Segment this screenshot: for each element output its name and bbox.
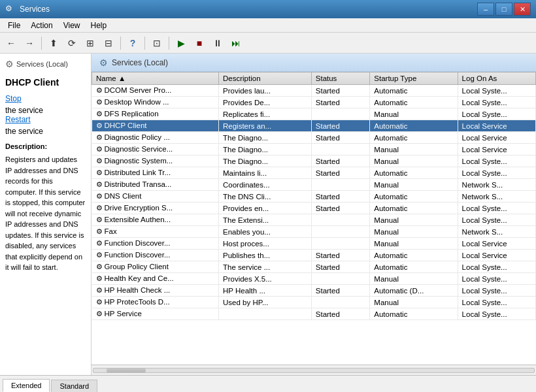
table-row[interactable]: ⚙Diagnostic Service...The Diagno...Manua… — [92, 144, 536, 155]
table-row[interactable]: ⚙HP ServiceStartedAutomaticLocal Syste..… — [92, 308, 536, 320]
services-table-container: Name ▲ Description Status Startup Type L… — [92, 72, 536, 365]
menu-help[interactable]: Help — [86, 20, 112, 31]
service-icon: ⚙ — [96, 98, 103, 106]
toolbar-sep-3 — [144, 37, 145, 50]
table-cell: Started — [311, 155, 370, 167]
table-cell: Manual — [370, 144, 458, 155]
table-cell — [311, 273, 370, 285]
service-icon: ⚙ — [96, 227, 103, 235]
properties-button[interactable]: ⊞ — [82, 35, 99, 51]
pause-button[interactable]: ⏸ — [209, 35, 226, 51]
menu-view[interactable]: View — [58, 20, 86, 31]
table-cell: Local Syste... — [458, 167, 535, 179]
map-button[interactable]: ⊟ — [100, 35, 117, 51]
table-cell: Local Syste... — [458, 261, 535, 273]
table-row[interactable]: ⚙Drive Encryption S...Provides en...Star… — [92, 203, 536, 214]
table-row[interactable]: ⚙Distributed Link Tr...Maintains li...St… — [92, 167, 536, 179]
table-row[interactable]: ⚙DNS ClientThe DNS Cli...StartedAutomati… — [92, 191, 536, 203]
service-icon: ⚙ — [96, 122, 103, 129]
close-button[interactable]: ✕ — [514, 3, 531, 16]
table-row[interactable]: ⚙DFS ReplicationReplicates fi...ManualLo… — [92, 108, 536, 120]
maximize-button[interactable]: □ — [495, 3, 512, 16]
service-icon: ⚙ — [96, 298, 103, 306]
col-header-desc[interactable]: Description — [219, 73, 312, 85]
help-button[interactable]: ? — [124, 35, 141, 51]
table-row[interactable]: ⚙Distributed Transa...Coordinates...Manu… — [92, 179, 536, 191]
refresh-button[interactable]: ⟳ — [63, 35, 80, 51]
table-cell: Started — [311, 285, 370, 297]
resume-button[interactable]: ⏭ — [227, 35, 244, 51]
tab-standard[interactable]: Standard — [51, 380, 97, 392]
table-cell: Automatic — [370, 132, 458, 144]
col-header-startup[interactable]: Startup Type — [370, 73, 458, 85]
table-row[interactable]: ⚙Extensible Authen...The Extensi...Manua… — [92, 214, 536, 226]
tab-extended[interactable]: Extended — [3, 379, 50, 392]
explorer-button[interactable]: ⊡ — [148, 35, 165, 51]
sidebar-header[interactable]: ⚙ Services (Local) — [5, 59, 86, 69]
table-row[interactable]: ⚙Function Discover...Publishes th...Star… — [92, 250, 536, 261]
table-cell: ⚙Function Discover... — [92, 250, 219, 261]
table-row[interactable]: ⚙HP ProtecTools D...Used by HP...ManualL… — [92, 297, 536, 308]
main-layout: ⚙ Services (Local) DHCP Client Stop the … — [0, 54, 536, 375]
horizontal-scrollbar[interactable] — [92, 365, 536, 375]
table-row[interactable]: ⚙Health Key and Ce...Provides X.5...Manu… — [92, 273, 536, 285]
stop-button[interactable]: ■ — [191, 35, 208, 51]
table-row[interactable]: ⚙Function Discover...Host proces...Manua… — [92, 238, 536, 250]
table-row[interactable]: ⚙DHCP ClientRegisters an...StartedAutoma… — [92, 120, 536, 132]
table-cell: Local Service — [458, 132, 535, 144]
service-icon: ⚙ — [96, 263, 103, 270]
table-row[interactable]: ⚙DCOM Server Pro...Provides lau...Starte… — [92, 85, 536, 97]
table-cell — [311, 297, 370, 308]
toolbar: ← → ⬆ ⟳ ⊞ ⊟ ? ⊡ ▶ ■ ⏸ ⏭ — [0, 33, 536, 54]
table-cell: Started — [311, 97, 370, 108]
sidebar-links: Stop the service Restart the service — [5, 94, 86, 136]
table-cell: Enables you... — [219, 226, 312, 238]
table-cell: Manual — [370, 108, 458, 120]
forward-button[interactable]: → — [21, 35, 38, 51]
table-cell: Publishes th... — [219, 250, 312, 261]
table-row[interactable]: ⚙FaxEnables you...ManualNetwork S... — [92, 226, 536, 238]
col-header-status[interactable]: Status — [311, 73, 370, 85]
stop-link[interactable]: Stop — [5, 94, 86, 103]
back-button[interactable]: ← — [3, 35, 20, 51]
table-cell — [311, 214, 370, 226]
table-cell: Local Syste... — [458, 108, 535, 120]
table-cell: Local Syste... — [458, 308, 535, 320]
service-icon: ⚙ — [96, 133, 103, 141]
table-cell: Automatic — [370, 120, 458, 132]
col-header-logon[interactable]: Log On As — [458, 73, 535, 85]
table-cell: HP Health ... — [219, 285, 312, 297]
title-bar-icon: ⚙ — [5, 4, 16, 14]
table-cell: Started — [311, 167, 370, 179]
table-cell: Network S... — [458, 191, 535, 203]
up-button[interactable]: ⬆ — [45, 35, 62, 51]
minimize-button[interactable]: – — [477, 3, 494, 16]
service-icon: ⚙ — [96, 169, 103, 176]
table-row[interactable]: ⚙Diagnostic Policy ...The Diagno...Start… — [92, 132, 536, 144]
tabs-bar: Extended Standard — [0, 375, 536, 392]
menu-bar: File Action View Help — [0, 18, 536, 33]
table-row[interactable]: ⚙Desktop Window ...Provides De...Started… — [92, 97, 536, 108]
col-header-name[interactable]: Name ▲ — [92, 73, 219, 85]
table-row[interactable]: ⚙Group Policy ClientThe service ...Start… — [92, 261, 536, 273]
table-row[interactable]: ⚙HP Health Check ...HP Health ...Started… — [92, 285, 536, 297]
table-cell: Automatic — [370, 85, 458, 97]
stop-suffix: the service — [5, 106, 43, 115]
table-cell: The DNS Cli... — [219, 191, 312, 203]
table-header-row: Name ▲ Description Status Startup Type L… — [92, 73, 536, 85]
menu-action[interactable]: Action — [25, 20, 58, 31]
table-cell: Started — [311, 308, 370, 320]
table-row[interactable]: ⚙Diagnostic System...The Diagno...Starte… — [92, 155, 536, 167]
play-button[interactable]: ▶ — [173, 35, 190, 51]
table-cell: Manual — [370, 155, 458, 167]
table-cell: Started — [311, 261, 370, 273]
table-cell: ⚙HP ProtecTools D... — [92, 297, 219, 308]
table-cell: Automatic — [370, 97, 458, 108]
table-cell: Host proces... — [219, 238, 312, 250]
service-icon: ⚙ — [96, 110, 103, 118]
menu-file[interactable]: File — [3, 20, 25, 31]
h-scroll-thumb[interactable] — [107, 368, 146, 372]
table-cell: Coordinates... — [219, 179, 312, 191]
restart-link[interactable]: Restart — [5, 115, 86, 124]
title-bar-controls: – □ ✕ — [477, 3, 531, 16]
